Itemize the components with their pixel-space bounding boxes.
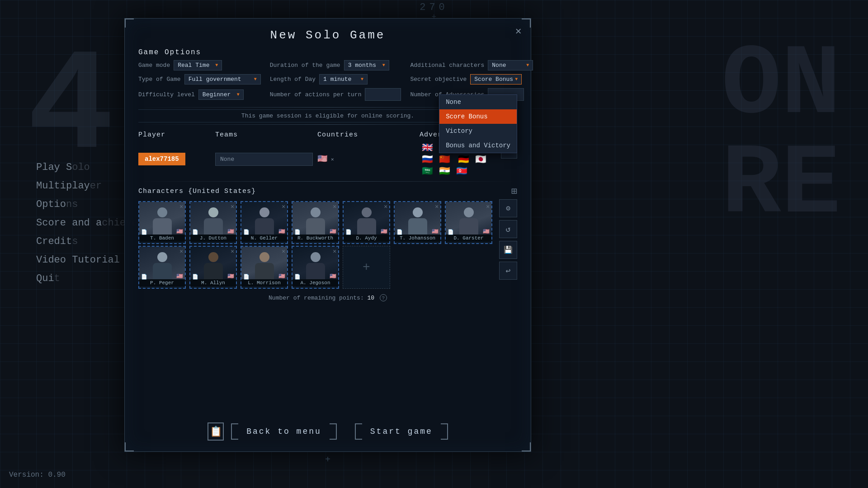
refresh-icon-btn[interactable]: ↺ bbox=[499, 220, 517, 238]
actions-per-turn-input[interactable] bbox=[365, 88, 401, 101]
characters-layout-btn[interactable]: ⊞ bbox=[511, 185, 517, 197]
char-r-buckworth-name: R. Buckworth bbox=[292, 235, 338, 242]
add-character-btn[interactable]: + bbox=[343, 246, 390, 289]
char-t-baden-remove[interactable]: ✕ bbox=[179, 203, 183, 210]
col-teams: Teams bbox=[215, 131, 313, 139]
game-mode-label: Game mode bbox=[138, 62, 170, 69]
back-to-menu-label[interactable]: Back to menu bbox=[242, 427, 326, 436]
difficulty-dropdown[interactable]: Beginner Normal Hard Expert bbox=[203, 91, 235, 98]
dialog-title: New Solo Game bbox=[125, 19, 531, 47]
char-d-aydy-doc: 📄 bbox=[345, 229, 352, 235]
col-player: Player bbox=[138, 131, 211, 139]
char-p-peger-name: P. Peger bbox=[139, 279, 185, 286]
secret-objective-value: Score Bonus bbox=[474, 76, 513, 83]
game-mode-select[interactable]: Real Time Turn Based ▼ bbox=[174, 60, 222, 70]
dropdown-option-none[interactable]: None bbox=[439, 95, 517, 109]
char-j-dutton-flag: 🇺🇸 bbox=[227, 228, 234, 235]
back-bracket-right bbox=[330, 423, 337, 440]
char-a-jegoson: ✕ 1 🇺🇸 📄 A. Jegoson bbox=[292, 246, 339, 289]
characters-row2: ✕ 1 🇺🇸 📄 P. Peger ✕ 1 🇺🇸 📄 M. Allyn bbox=[125, 246, 531, 291]
char-t-baden: ✕ 1 🇺🇸 📄 T. Baden bbox=[138, 201, 186, 244]
dropdown-option-victory[interactable]: Victory bbox=[439, 124, 517, 138]
length-of-day-select[interactable]: 1 minute 30 seconds 2 minutes ▼ bbox=[319, 74, 368, 84]
char-m-allyn-remove[interactable]: ✕ bbox=[231, 248, 234, 255]
game-options-label: Game Options bbox=[125, 47, 531, 60]
adv-flag-kp: 🇰🇵 bbox=[454, 166, 469, 176]
difficulty-row: Difficulty level Beginner Normal Hard Ex… bbox=[138, 88, 261, 101]
type-of-game-select[interactable]: Full government Limited government ▼ bbox=[184, 74, 261, 84]
start-game-label[interactable]: Start game bbox=[366, 427, 437, 436]
char-j-dutton-remove[interactable]: ✕ bbox=[231, 203, 234, 210]
remaining-points-label: Number of remaining points: bbox=[269, 295, 367, 301]
length-of-day-arrow: ▼ bbox=[361, 77, 363, 82]
length-of-day-dropdown[interactable]: 1 minute 30 seconds 2 minutes bbox=[323, 76, 359, 83]
char-t-johansson-doc: 📄 bbox=[396, 229, 403, 235]
char-t-johansson-remove[interactable]: ✕ bbox=[435, 203, 439, 210]
settings-icon-btn[interactable]: ⚙ bbox=[499, 199, 517, 217]
undo-icon-btn[interactable]: ↩ bbox=[499, 262, 517, 280]
char-l-morrison-flag: 🇺🇸 bbox=[278, 273, 285, 280]
char-t-baden-doc: 📄 bbox=[141, 229, 147, 235]
char-a-jegoson-remove[interactable]: ✕ bbox=[333, 248, 336, 255]
char-d-garster-flag: 🇺🇸 bbox=[483, 228, 490, 235]
duration-select[interactable]: 3 months 1 month 6 months 1 year ▼ bbox=[344, 60, 389, 70]
characters-row1: ✕ 1 🇺🇸 📄 T. Baden ✕ 2 🇺🇸 📄 J. Dutton bbox=[125, 199, 531, 246]
duration-row: Duration of the game 3 months 1 month 6 … bbox=[270, 60, 401, 70]
dropdown-option-score-bonus[interactable]: Score Bonus bbox=[439, 109, 517, 124]
length-of-day-row: Length of Day 1 minute 30 seconds 2 minu… bbox=[270, 74, 401, 84]
adv-flag-sa: 🇸🇦 bbox=[420, 166, 435, 176]
close-button[interactable]: × bbox=[515, 27, 522, 38]
start-game-btn[interactable]: Start game bbox=[355, 423, 448, 440]
char-m-allyn-flag: 🇺🇸 bbox=[227, 273, 234, 280]
duration-arrow: ▼ bbox=[382, 63, 385, 68]
additional-chars-arrow: ▼ bbox=[526, 63, 529, 68]
adv-flag-gb: 🇬🇧 bbox=[420, 142, 435, 152]
country-flag-us: 🇺🇸 bbox=[317, 155, 331, 164]
game-mode-dropdown[interactable]: Real Time Turn Based bbox=[178, 62, 213, 69]
char-t-johansson: ✕ 9 🇺🇸 📄 T. Johansson bbox=[394, 201, 441, 244]
additional-chars-select[interactable]: None 1 2 ▼ bbox=[488, 60, 533, 70]
divider-3 bbox=[138, 181, 517, 182]
char-r-buckworth-flag: 🇺🇸 bbox=[330, 228, 336, 235]
help-icon[interactable]: ? bbox=[380, 294, 387, 301]
difficulty-select[interactable]: Beginner Normal Hard Expert ▼ bbox=[198, 89, 244, 100]
char-r-buckworth-doc: 📄 bbox=[294, 229, 301, 235]
char-n-geller-remove[interactable]: ✕ bbox=[282, 203, 285, 210]
char-p-peger-remove[interactable]: ✕ bbox=[179, 248, 183, 255]
save-icon-btn[interactable]: 💾 bbox=[499, 241, 517, 259]
country-flag-remove[interactable]: ✕ bbox=[331, 156, 334, 162]
remaining-points: Number of remaining points: 10 ? bbox=[125, 291, 531, 303]
char-t-johansson-name: T. Johansson bbox=[395, 235, 440, 242]
char-d-aydy-flag: 🇺🇸 bbox=[381, 228, 387, 235]
player-badge: alex77185 bbox=[138, 153, 185, 165]
adv-flag-de: 🇩🇪 bbox=[456, 154, 471, 164]
adv-flag-in: 🇮🇳 bbox=[437, 166, 452, 176]
dropdown-option-bonus-victory[interactable]: Bonus and Victory bbox=[439, 138, 517, 153]
char-l-morrison-remove[interactable]: ✕ bbox=[282, 248, 285, 255]
team-select[interactable]: None bbox=[215, 153, 313, 166]
type-of-game-dropdown[interactable]: Full government Limited government bbox=[189, 76, 252, 83]
duration-dropdown[interactable]: 3 months 1 month 6 months 1 year bbox=[348, 62, 381, 69]
char-n-geller: ✕ 2 🇺🇸 📄 N. Geller bbox=[241, 201, 288, 244]
char-l-morrison-name: L. Morrison bbox=[241, 279, 287, 286]
right-panel: ⚙ ↺ 💾 ↩ bbox=[499, 199, 517, 280]
char-r-buckworth-remove[interactable]: ✕ bbox=[333, 203, 336, 210]
back-bracket-left bbox=[231, 423, 238, 440]
char-d-aydy-remove[interactable]: ✕ bbox=[384, 203, 387, 210]
bottom-crosshair: + bbox=[325, 455, 330, 465]
char-j-dutton-name: J. Dutton bbox=[190, 235, 236, 242]
char-a-jegoson-flag: 🇺🇸 bbox=[330, 273, 336, 280]
char-j-dutton-doc: 📄 bbox=[192, 229, 198, 235]
back-to-menu-btn[interactable]: 📋 Back to menu bbox=[208, 422, 337, 441]
char-r-buckworth: ✕ 2 🇺🇸 📄 R. Buckworth bbox=[292, 201, 339, 244]
secret-objective-arrow: ▼ bbox=[515, 77, 518, 82]
game-mode-row: Game mode Real Time Turn Based ▼ bbox=[138, 60, 261, 70]
secret-objective-select[interactable]: Score Bonus ▼ bbox=[470, 74, 522, 84]
char-m-allyn-doc: 📄 bbox=[192, 274, 198, 280]
char-p-peger-flag: 🇺🇸 bbox=[176, 273, 183, 280]
char-d-garster-remove[interactable]: ✕ bbox=[486, 203, 490, 210]
type-of-game-row: Type of Game Full government Limited gov… bbox=[138, 74, 261, 84]
additional-chars-dropdown[interactable]: None 1 2 bbox=[492, 62, 524, 69]
char-t-johansson-flag: 🇺🇸 bbox=[432, 228, 439, 235]
refresh-icon: ↺ bbox=[506, 224, 511, 234]
